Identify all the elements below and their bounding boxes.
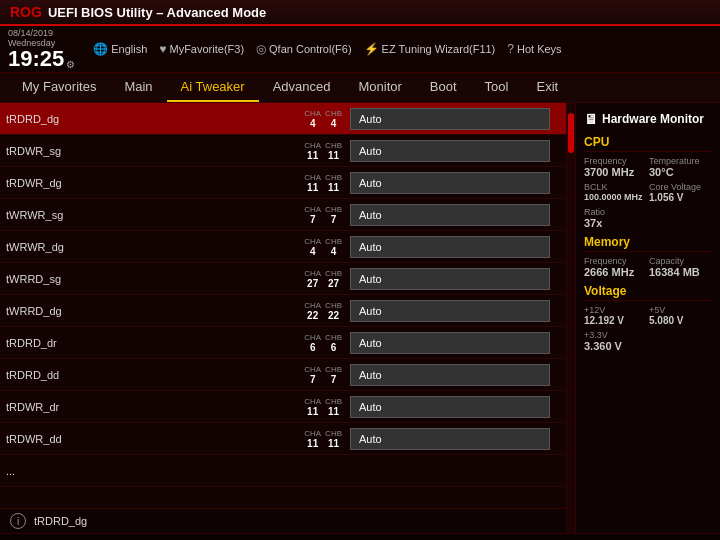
info-item-language[interactable]: 🌐 English [93, 42, 147, 56]
bios-logo-icon: ROG [10, 4, 42, 20]
memory-section-title: Memory [584, 235, 712, 252]
channel-b-badge: CHB7 [325, 365, 342, 385]
info-bar: 08/14/2019 Wednesday 19:25 ⚙ 🌐 English ♥… [0, 26, 720, 73]
scrollbar-track[interactable] [567, 103, 575, 533]
row-name: tRDWR_dd [6, 433, 116, 445]
row-value[interactable]: Auto [350, 204, 560, 226]
tab-boot[interactable]: Boot [416, 73, 471, 102]
table-row[interactable]: tRDWR_drCHA11CHB11Auto [0, 391, 566, 423]
row-value[interactable]: Auto [350, 268, 560, 290]
datetime-block: 08/14/2019 Wednesday 19:25 ⚙ [8, 28, 75, 70]
row-value[interactable]: Auto [350, 140, 560, 162]
time-text: 19:25 [8, 48, 64, 70]
cpu-freq-temp: Frequency 3700 MHz Temperature 30°C [584, 156, 712, 178]
monitor-icon: 🖥 [584, 111, 598, 127]
table-row[interactable]: tWRWR_sgCHA7CHB7Auto [0, 199, 566, 231]
row-name: tRDRD_dd [6, 369, 116, 381]
cpu-temp-label: Temperature 30°C [649, 156, 712, 178]
value-dropdown[interactable]: Auto [350, 428, 550, 450]
row-name: tRDWR_dr [6, 401, 116, 413]
tab-monitor[interactable]: Monitor [345, 73, 416, 102]
row-value[interactable]: Auto [350, 428, 560, 450]
heart-icon: ♥ [159, 42, 166, 56]
date-text: 08/14/2019 Wednesday [8, 28, 75, 48]
tab-advanced[interactable]: Advanced [259, 73, 345, 102]
table-row[interactable]: tRDRD_ddCHA7CHB7Auto [0, 359, 566, 391]
table-row[interactable]: tWRRD_sgCHA27CHB27Auto [0, 263, 566, 295]
value-dropdown[interactable]: Auto [350, 140, 550, 162]
channel-b-badge: CHB11 [325, 173, 342, 193]
tab-exit[interactable]: Exit [522, 73, 572, 102]
tab-main[interactable]: Main [110, 73, 166, 102]
table-row[interactable]: tRDWR_sgCHA11CHB11Auto [0, 135, 566, 167]
info-circle-icon: i [10, 513, 26, 529]
row-channels: CHA11CHB11 [304, 429, 342, 449]
row-channels: CHA4CHB4 [304, 237, 342, 257]
row-name: tRDWR_dg [6, 177, 116, 189]
content-area: tRDRD_dgCHA4CHB4AutotRDWR_sgCHA11CHB11Au… [0, 103, 567, 533]
voltage-section-title: Voltage [584, 284, 712, 301]
info-item-qfan[interactable]: ◎ Qfan Control(F6) [256, 42, 352, 56]
hw-monitor-title: 🖥 Hardware Monitor [584, 111, 712, 127]
channel-a-badge: CHA11 [304, 173, 321, 193]
value-dropdown[interactable]: Auto [350, 236, 550, 258]
help-icon: ? [507, 42, 514, 56]
language-icon: 🌐 [93, 42, 108, 56]
row-value[interactable]: Auto [350, 364, 560, 386]
channel-b-badge: CHB11 [325, 397, 342, 417]
tab-tool[interactable]: Tool [471, 73, 523, 102]
info-item-eztuning[interactable]: ⚡ EZ Tuning Wizard(F11) [364, 42, 496, 56]
table-row[interactable]: tWRRD_dgCHA22CHB22Auto [0, 295, 566, 327]
bios-table: tRDRD_dgCHA4CHB4AutotRDWR_sgCHA11CHB11Au… [0, 103, 566, 487]
row-value[interactable]: Auto [350, 172, 560, 194]
table-row[interactable]: ... [0, 455, 566, 487]
row-value[interactable]: Auto [350, 108, 560, 130]
row-channels: CHA7CHB7 [304, 205, 342, 225]
tab-my-favorites[interactable]: My Favorites [8, 73, 110, 102]
channel-b-badge: CHB7 [325, 205, 342, 225]
mem-capacity: Capacity 16384 MB [649, 256, 712, 278]
value-dropdown[interactable]: Auto [350, 268, 550, 290]
bottom-label: tRDRD_dg [34, 515, 87, 527]
row-channels: CHA11CHB11 [304, 173, 342, 193]
value-dropdown[interactable]: Auto [350, 300, 550, 322]
value-dropdown[interactable]: Auto [350, 204, 550, 226]
channel-b-badge: CHB11 [325, 141, 342, 161]
row-value[interactable]: Auto [350, 332, 560, 354]
nav-bar: My Favorites Main Ai Tweaker Advanced Mo… [0, 73, 720, 103]
table-row[interactable]: tWRWR_dgCHA4CHB4Auto [0, 231, 566, 263]
row-value[interactable]: Auto [350, 300, 560, 322]
channel-b-badge: CHB4 [325, 237, 342, 257]
table-row[interactable]: tRDWR_ddCHA11CHB11Auto [0, 423, 566, 455]
row-value[interactable]: Auto [350, 236, 560, 258]
table-row[interactable]: tRDRD_drCHA6CHB6Auto [0, 327, 566, 359]
tab-ai-tweaker[interactable]: Ai Tweaker [167, 73, 259, 102]
info-items: 🌐 English ♥ MyFavorite(F3) ◎ Qfan Contro… [93, 42, 561, 56]
value-dropdown[interactable]: Auto [350, 108, 550, 130]
cpu-freq-label: Frequency 3700 MHz [584, 156, 647, 178]
row-channels: CHA11CHB11 [304, 141, 342, 161]
value-dropdown[interactable]: Auto [350, 332, 550, 354]
gear-icon: ⚙ [66, 59, 75, 70]
row-value[interactable]: Auto [350, 396, 560, 418]
scrollbar-thumb[interactable] [568, 113, 574, 153]
value-dropdown[interactable]: Auto [350, 172, 550, 194]
channel-a-badge: CHA11 [304, 397, 321, 417]
table-row[interactable]: tRDWR_dgCHA11CHB11Auto [0, 167, 566, 199]
footer: Last Modified | EzMode(F7) → | Search on… [0, 533, 720, 540]
voltage-12-5: +12V 12.192 V +5V 5.080 V [584, 305, 712, 326]
cpu-bclk: BCLK 100.0000 MHz [584, 182, 647, 203]
table-row[interactable]: tRDRD_dgCHA4CHB4Auto [0, 103, 566, 135]
row-name: tRDRD_dr [6, 337, 116, 349]
memory-freq-cap: Frequency 2666 MHz Capacity 16384 MB [584, 256, 712, 278]
voltage-12: +12V 12.192 V [584, 305, 647, 326]
channel-a-badge: CHA27 [304, 269, 321, 289]
info-item-myfavorite[interactable]: ♥ MyFavorite(F3) [159, 42, 244, 56]
value-dropdown[interactable]: Auto [350, 364, 550, 386]
channel-a-badge: CHA22 [304, 301, 321, 321]
row-name: tWRRD_sg [6, 273, 116, 285]
channel-b-badge: CHB11 [325, 429, 342, 449]
channel-a-badge: CHA4 [304, 237, 321, 257]
value-dropdown[interactable]: Auto [350, 396, 550, 418]
info-item-hotkeys[interactable]: ? Hot Keys [507, 42, 561, 56]
